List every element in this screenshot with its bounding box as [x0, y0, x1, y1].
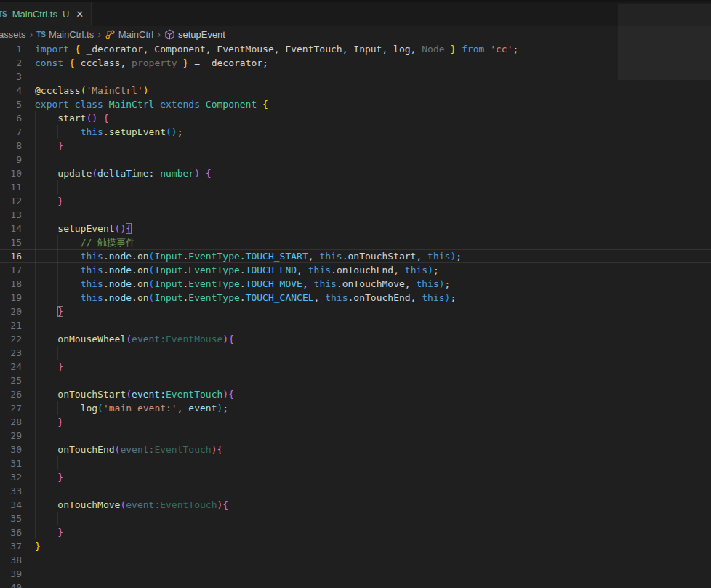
- code-line[interactable]: 2const { ccclass, property } = _decorato…: [0, 56, 711, 70]
- code-token: deltaTime: [97, 168, 148, 179]
- line-number: 4: [0, 84, 22, 97]
- code-line[interactable]: 27 log('main event:', event);: [0, 401, 711, 415]
- code-token: EventTouch: [166, 389, 222, 400]
- line-number: 16: [0, 249, 22, 263]
- code-text: }: [22, 415, 63, 429]
- breadcrumb-item-file[interactable]: TS MainCtrl.ts: [36, 29, 94, 40]
- code-line[interactable]: 21: [0, 318, 711, 332]
- code-line[interactable]: 22 onMouseWheel(event:EventMouse){: [0, 332, 711, 346]
- code-line[interactable]: 15 // 触摸事件: [0, 235, 711, 249]
- code-line[interactable]: 17 this.node.on(Input.EventType.TOUCH_EN…: [0, 263, 711, 277]
- breadcrumb-item-assets[interactable]: assets: [0, 29, 26, 40]
- code-text: [22, 456, 35, 470]
- code-token: .: [132, 251, 137, 262]
- code-text: onTouchEnd(event:EventTouch){: [22, 443, 222, 456]
- code-token: {: [222, 499, 228, 510]
- code-token: .: [132, 278, 137, 289]
- code-token: .: [103, 278, 109, 289]
- code-token: onTouchEnd: [57, 444, 114, 455]
- line-number: 18: [0, 277, 22, 291]
- code-line[interactable]: 9: [0, 153, 711, 166]
- code-line[interactable]: 7 this.setupEvent();: [0, 125, 711, 139]
- code-line[interactable]: 32 }: [0, 470, 711, 484]
- code-line[interactable]: 33: [0, 484, 711, 498]
- tab-bar: TS MainCtrl.ts U ✕: [0, 2, 711, 26]
- code-line[interactable]: 10 update(deltaTime: number) {: [0, 166, 711, 180]
- code-text: [22, 374, 35, 387]
- code-token: {: [217, 444, 223, 455]
- code-text: }: [22, 470, 63, 484]
- code-line[interactable]: 11: [0, 180, 711, 194]
- code-line[interactable]: 19 this.node.on(Input.EventType.TOUCH_CA…: [0, 291, 711, 305]
- class-icon: [105, 29, 116, 40]
- editor-tab-mainctrl[interactable]: TS MainCtrl.ts U ✕: [0, 2, 92, 26]
- line-number: 23: [0, 346, 22, 360]
- indent-guide: [57, 249, 58, 263]
- minimap-slider[interactable]: [618, 4, 711, 80]
- code-line[interactable]: 34 onTouchMove(event:EventTouch){: [0, 498, 711, 512]
- indent-guide: [35, 305, 36, 318]
- code-token: ;: [456, 251, 462, 262]
- line-number: 38: [0, 553, 22, 567]
- code-line[interactable]: 13: [0, 208, 711, 222]
- code-line[interactable]: 25: [0, 374, 711, 387]
- code-line[interactable]: 37}: [0, 539, 711, 553]
- code-token: {: [228, 389, 234, 400]
- code-token: {: [75, 44, 81, 55]
- line-number: 32: [0, 470, 22, 484]
- code-token: this: [308, 265, 331, 275]
- code-line[interactable]: 38: [0, 553, 711, 567]
- code-line[interactable]: 31: [0, 456, 711, 470]
- code-text: [22, 484, 35, 498]
- code-token: on: [137, 251, 149, 262]
- code-token: ;: [450, 292, 456, 303]
- code-line[interactable]: 30 onTouchEnd(event:EventTouch){: [0, 443, 711, 456]
- indent-guide: [35, 208, 36, 222]
- indent-guide: [35, 180, 36, 194]
- code-token: .: [132, 265, 137, 275]
- code-text: import { _decorator, Component, EventMou…: [22, 42, 518, 56]
- code-line[interactable]: 28 }: [0, 415, 711, 429]
- code-token: .: [132, 292, 137, 303]
- code-text: [22, 553, 35, 567]
- close-icon[interactable]: ✕: [76, 9, 84, 19]
- code-token: [35, 444, 57, 455]
- code-line[interactable]: 39: [0, 567, 711, 581]
- code-line[interactable]: 20 }: [0, 305, 711, 318]
- code-line[interactable]: 14 setupEvent(){: [0, 222, 711, 235]
- code-text: this.setupEvent();: [22, 125, 183, 139]
- breadcrumb-item-method[interactable]: setupEvent: [164, 29, 225, 40]
- code-token: ;: [513, 44, 518, 55]
- line-number: 14: [0, 222, 22, 235]
- code-editor[interactable]: 1import { _decorator, Component, EventMo…: [0, 42, 711, 588]
- code-line[interactable]: 23: [0, 346, 711, 360]
- code-line[interactable]: 5export class MainCtrl extends Component…: [0, 97, 711, 111]
- indent-guide: [57, 277, 58, 291]
- code-line[interactable]: 1import { _decorator, Component, EventMo…: [0, 42, 711, 56]
- indent-guide: [35, 332, 36, 346]
- line-number: 30: [0, 443, 22, 456]
- code-line[interactable]: 40: [0, 581, 711, 588]
- code-token: this: [427, 251, 450, 262]
- code-line[interactable]: 35: [0, 512, 711, 525]
- code-line[interactable]: 6 start() {: [0, 111, 711, 125]
- code-line[interactable]: 29: [0, 429, 711, 443]
- code-line[interactable]: 16 this.node.on(Input.EventType.TOUCH_ST…: [0, 249, 711, 263]
- code-line[interactable]: 3: [0, 70, 711, 84]
- line-number: 9: [0, 153, 22, 166]
- code-line[interactable]: 18 this.node.on(Input.EventType.TOUCH_MO…: [0, 277, 711, 291]
- code-token: const: [35, 57, 69, 68]
- breadcrumb-item-class[interactable]: MainCtrl: [105, 29, 153, 40]
- code-line[interactable]: 4@ccclass('MainCtrl'): [0, 84, 711, 97]
- indent-guide: [35, 111, 36, 125]
- code-token: .onTouchStart,: [342, 251, 427, 262]
- code-token: MainCtrl: [109, 99, 155, 110]
- code-token: TOUCH_CANCEL: [246, 292, 314, 303]
- code-text: }: [22, 525, 63, 539]
- code-token: :: [160, 389, 166, 400]
- code-line[interactable]: 36 }: [0, 525, 711, 539]
- code-line[interactable]: 8 }: [0, 139, 711, 153]
- code-line[interactable]: 26 onTouchStart(event:EventTouch){: [0, 387, 711, 401]
- code-line[interactable]: 24 }: [0, 360, 711, 374]
- code-line[interactable]: 12 }: [0, 194, 711, 208]
